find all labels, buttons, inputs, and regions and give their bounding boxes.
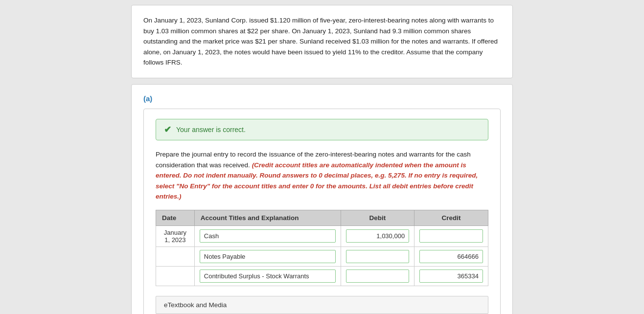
row3-credit-input[interactable] bbox=[419, 269, 483, 283]
row2-account-input[interactable] bbox=[200, 250, 336, 263]
checkmark-icon: ✔ bbox=[164, 124, 171, 135]
col-header-credit: Credit bbox=[414, 210, 488, 225]
row3-debit-input[interactable] bbox=[346, 269, 409, 283]
row1-debit-input[interactable] bbox=[346, 229, 409, 243]
table-row bbox=[156, 266, 488, 286]
row1-credit-cell bbox=[414, 225, 488, 247]
journal-table: Date Account Titles and Explanation Debi… bbox=[156, 210, 488, 286]
row2-debit-cell bbox=[341, 247, 414, 266]
col-header-debit: Debit bbox=[341, 210, 414, 225]
section-a-card: (a) ✔ Your answer is correct. Prepare th… bbox=[131, 84, 513, 314]
row1-credit-input[interactable] bbox=[419, 229, 483, 243]
row2-debit-input[interactable] bbox=[346, 250, 409, 263]
row1-date: January 1, 2023 bbox=[156, 225, 195, 247]
row3-credit-cell bbox=[414, 266, 488, 286]
row1-account-input[interactable] bbox=[200, 229, 336, 243]
row3-debit-cell bbox=[341, 266, 414, 286]
col-header-account: Account Titles and Explanation bbox=[194, 210, 341, 225]
section-a-label: (a) bbox=[143, 94, 501, 103]
row1-account-cell bbox=[194, 225, 341, 247]
correct-message: Your answer is correct. bbox=[176, 126, 246, 134]
correct-banner: ✔ Your answer is correct. bbox=[156, 119, 488, 140]
table-row: January 1, 2023 bbox=[156, 225, 488, 247]
section-a-inner: ✔ Your answer is correct. Prepare the jo… bbox=[143, 109, 501, 314]
etextbook-button[interactable]: eTextbook and Media bbox=[156, 296, 488, 314]
row3-date bbox=[156, 266, 195, 286]
row2-account-cell bbox=[194, 247, 341, 266]
problem-card: On January 1, 2023, Sunland Corp. issued… bbox=[131, 5, 513, 78]
row2-credit-cell bbox=[414, 247, 488, 266]
instructions: Prepare the journal entry to record the … bbox=[156, 149, 488, 202]
table-row bbox=[156, 247, 488, 266]
problem-text: On January 1, 2023, Sunland Corp. issued… bbox=[143, 15, 501, 68]
row1-debit-cell bbox=[341, 225, 414, 247]
row3-account-input[interactable] bbox=[200, 269, 336, 283]
row2-credit-input[interactable] bbox=[419, 250, 483, 263]
row3-account-cell bbox=[194, 266, 341, 286]
col-header-date: Date bbox=[156, 210, 195, 225]
row2-date bbox=[156, 247, 195, 266]
